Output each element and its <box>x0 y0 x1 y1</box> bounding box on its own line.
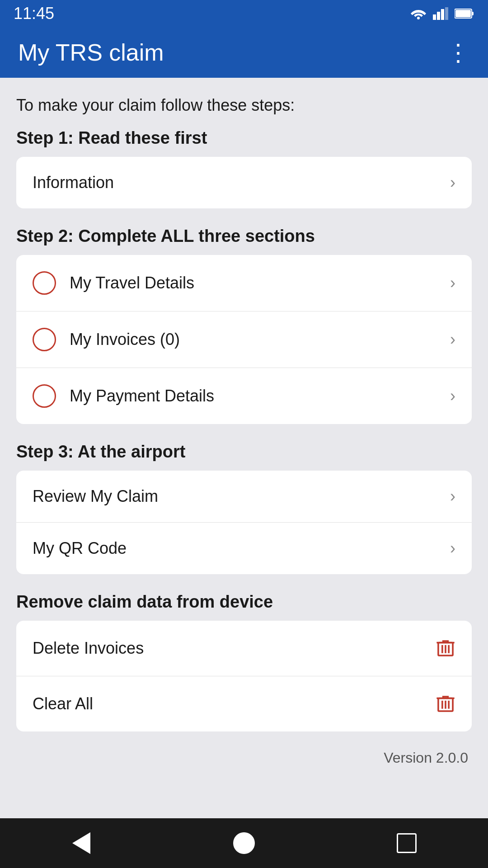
back-button[interactable] <box>63 825 99 861</box>
step3-card: Review My Claim › My QR Code › <box>16 471 472 574</box>
svg-rect-6 <box>472 12 474 15</box>
invoices-item[interactable]: My Invoices (0) › <box>16 311 472 368</box>
step2-section: Step 2: Complete ALL three sections My T… <box>16 226 472 424</box>
clear-all-trash-icon[interactable] <box>436 693 455 715</box>
travel-details-radio-icon <box>33 271 56 295</box>
intro-text: To make your claim follow these steps: <box>16 96 472 115</box>
status-bar: 11:45 <box>0 0 488 27</box>
clear-all-item[interactable]: Clear All <box>16 676 472 731</box>
review-claim-label: Review My Claim <box>33 487 450 506</box>
payment-details-label: My Payment Details <box>70 387 450 406</box>
remove-section-title: Remove claim data from device <box>16 592 472 612</box>
svg-point-0 <box>417 17 420 19</box>
svg-rect-2 <box>437 12 440 20</box>
app-title: My TRS claim <box>18 39 164 66</box>
status-time: 11:45 <box>14 4 54 23</box>
signal-icon <box>433 7 449 20</box>
step2-title: Step 2: Complete ALL three sections <box>16 226 472 246</box>
travel-details-label: My Travel Details <box>70 274 450 292</box>
delete-invoices-trash-icon[interactable] <box>436 637 455 660</box>
bottom-nav <box>0 818 488 868</box>
step2-card: My Travel Details › My Invoices (0) › My… <box>16 255 472 424</box>
svg-rect-4 <box>445 7 448 20</box>
home-icon <box>233 832 255 854</box>
remove-section: Remove claim data from device Delete Inv… <box>16 592 472 731</box>
qr-code-label: My QR Code <box>33 539 450 558</box>
travel-details-chevron-icon: › <box>450 274 455 292</box>
home-button[interactable] <box>226 825 262 861</box>
back-icon <box>72 832 90 854</box>
svg-rect-7 <box>455 10 471 17</box>
app-bar: My TRS claim ⋮ <box>0 27 488 78</box>
status-icons <box>409 7 474 20</box>
step1-card: Information › <box>16 157 472 208</box>
invoices-label: My Invoices (0) <box>70 330 450 349</box>
clear-all-label: Clear All <box>33 694 436 713</box>
svg-rect-1 <box>433 14 436 20</box>
qr-code-chevron-icon: › <box>450 539 455 558</box>
travel-details-item[interactable]: My Travel Details › <box>16 255 472 311</box>
information-chevron-icon: › <box>450 173 455 192</box>
information-item[interactable]: Information › <box>16 157 472 208</box>
recents-icon <box>397 833 417 853</box>
payment-details-chevron-icon: › <box>450 387 455 406</box>
payment-details-radio-icon <box>33 384 56 408</box>
remove-card: Delete Invoices Clear All <box>16 621 472 731</box>
svg-rect-3 <box>441 9 444 20</box>
review-claim-item[interactable]: Review My Claim › <box>16 471 472 523</box>
battery-icon <box>455 8 474 19</box>
invoices-chevron-icon: › <box>450 330 455 349</box>
payment-details-item[interactable]: My Payment Details › <box>16 368 472 424</box>
delete-invoices-item[interactable]: Delete Invoices <box>16 621 472 676</box>
qr-code-item[interactable]: My QR Code › <box>16 523 472 574</box>
step3-title: Step 3: At the airport <box>16 442 472 462</box>
delete-invoices-label: Delete Invoices <box>33 639 436 658</box>
wifi-icon <box>409 7 427 20</box>
step1-section: Step 1: Read these first Information › <box>16 128 472 208</box>
main-content: To make your claim follow these steps: S… <box>0 78 488 818</box>
more-vert-button[interactable]: ⋮ <box>446 41 470 64</box>
recents-button[interactable] <box>389 825 425 861</box>
step1-title: Step 1: Read these first <box>16 128 472 148</box>
information-label: Information <box>33 173 450 192</box>
invoices-radio-icon <box>33 328 56 351</box>
step3-section: Step 3: At the airport Review My Claim ›… <box>16 442 472 574</box>
version-text: Version 2.0.0 <box>16 750 472 766</box>
review-claim-chevron-icon: › <box>450 487 455 506</box>
